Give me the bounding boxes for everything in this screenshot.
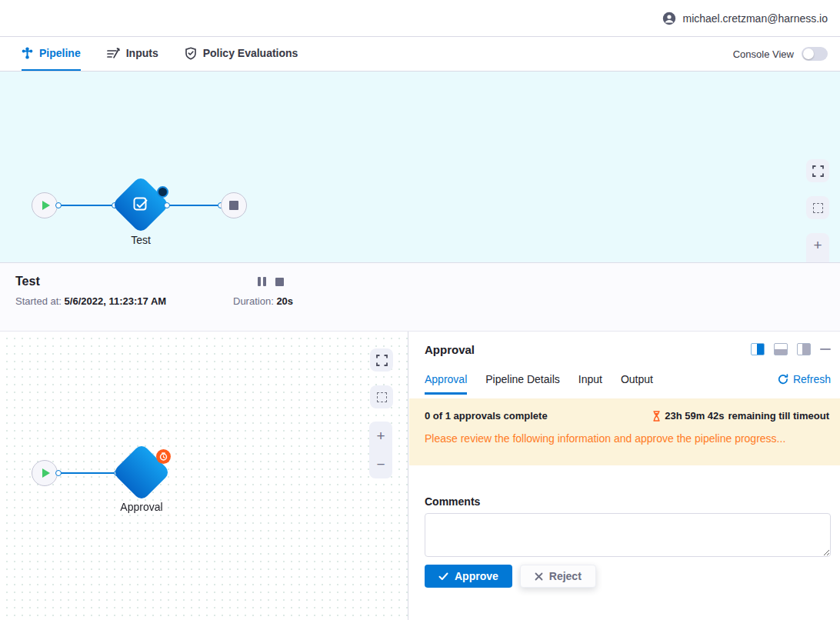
approval-message: Please review the following information …	[425, 432, 829, 445]
tab-inputs[interactable]: Inputs	[107, 37, 158, 71]
console-view-toggle[interactable]	[802, 47, 828, 61]
selection-box-icon	[813, 203, 823, 213]
timeout-suffix: remaining till timeout	[728, 410, 829, 422]
started-at-value: 5/6/2022, 11:23:17 AM	[65, 295, 167, 307]
stage-canvas[interactable]: Approval + −	[0, 332, 408, 620]
canvas-fit-button[interactable]	[806, 159, 829, 182]
tab-inputs-label: Inputs	[126, 47, 158, 59]
top-bar: michael.cretzman@harness.io	[0, 0, 840, 37]
panel-tab-approval[interactable]: Approval	[425, 373, 467, 395]
stage-canvas-zoom-controls: + −	[369, 422, 392, 478]
pipeline-canvas[interactable]: Test + −	[0, 72, 840, 262]
started-at: Started at: 5/6/2022, 11:23:17 AM	[15, 295, 166, 307]
started-at-label: Started at:	[15, 295, 62, 307]
x-icon	[535, 572, 543, 581]
layout-minimized-view-button[interactable]	[797, 343, 811, 355]
pipeline-icon	[22, 47, 33, 59]
approve-button[interactable]: Approve	[425, 565, 512, 588]
stage-canvas-select-button[interactable]	[370, 385, 393, 408]
selection-box-icon	[377, 392, 387, 402]
console-view-label: Console View	[733, 48, 794, 60]
comments-label: Comments	[425, 495, 480, 508]
refresh-icon	[778, 374, 788, 385]
timeout-value: 23h 59m 42s	[665, 410, 724, 422]
pipeline-start-node[interactable]	[32, 192, 58, 218]
test-node-label: Test	[131, 234, 151, 246]
tab-policy-evaluations[interactable]: Policy Evaluations	[185, 37, 298, 71]
zoom-out-button[interactable]: −	[376, 457, 385, 472]
layout-right-view-button[interactable]	[751, 343, 765, 355]
stop-icon	[229, 201, 238, 210]
reject-button[interactable]: Reject	[520, 565, 596, 588]
fit-view-icon	[812, 165, 824, 177]
comments-input[interactable]	[425, 513, 831, 557]
user-menu[interactable]: michael.cretzman@harness.io	[662, 12, 828, 25]
refresh-button[interactable]: Refresh	[778, 373, 831, 385]
test-step-diamond	[112, 175, 170, 234]
timer-badge	[156, 449, 171, 464]
panel-tab-output[interactable]: Output	[621, 373, 653, 395]
shield-check-icon	[185, 47, 197, 60]
approvals-count-text: 0 of 1 approvals complete	[425, 410, 548, 422]
play-icon	[42, 468, 50, 478]
check-icon	[438, 572, 448, 581]
user-avatar-icon	[662, 12, 676, 25]
refresh-label: Refresh	[793, 373, 831, 385]
pause-execution-button[interactable]	[258, 277, 266, 286]
tab-pipeline-label: Pipeline	[39, 47, 81, 59]
running-status-badge	[157, 186, 168, 198]
approval-banner: 0 of 1 approvals complete 23h 59m 42s re…	[409, 398, 840, 465]
step-details-panel: Approval Approval Pipeline Details Input…	[409, 332, 840, 620]
abort-execution-button[interactable]	[275, 278, 284, 286]
panel-tab-bar: Approval Pipeline Details Input Output R…	[425, 373, 831, 395]
hourglass-icon	[652, 411, 661, 422]
toggle-knob	[803, 48, 814, 59]
duration-value: 20s	[276, 295, 293, 307]
edge-start-to-test	[59, 205, 115, 206]
layout-bottom-view-button[interactable]	[774, 343, 788, 355]
zoom-in-button[interactable]: +	[813, 238, 822, 252]
minimize-panel-button[interactable]	[820, 348, 831, 351]
panel-tab-input[interactable]: Input	[578, 373, 602, 395]
edge-test-to-end	[168, 205, 221, 206]
approval-step-icon	[138, 469, 145, 475]
tab-policy-evaluations-label: Policy Evaluations	[203, 47, 298, 59]
edge-port	[55, 202, 62, 208]
user-email: michael.cretzman@harness.io	[682, 12, 828, 25]
duration-label: Duration:	[233, 295, 274, 307]
tab-pipeline[interactable]: Pipeline	[22, 37, 81, 71]
canvas-select-button[interactable]	[806, 196, 829, 219]
zoom-in-button[interactable]: +	[376, 428, 385, 443]
inputs-icon	[107, 48, 120, 59]
play-icon	[42, 201, 50, 210]
edge-port	[164, 202, 170, 208]
approval-step-node[interactable]	[121, 452, 162, 493]
stage-canvas-fit-button[interactable]	[370, 348, 393, 372]
panel-tab-pipeline-details[interactable]: Pipeline Details	[485, 373, 560, 395]
duration: Duration: 20s	[233, 295, 293, 307]
approval-node-label: Approval	[120, 501, 162, 513]
execution-nav: Pipeline Inputs Policy Evaluations Conso…	[0, 37, 840, 72]
stage-title: Test	[15, 275, 40, 288]
pipeline-end-node[interactable]	[221, 192, 247, 218]
edge-port	[55, 470, 62, 476]
edge-start-to-approval	[59, 472, 117, 474]
panel-title: Approval	[425, 343, 475, 356]
execution-info-bar: Test Started at: 5/6/2022, 11:23:17 AM D…	[0, 262, 840, 332]
reject-label: Reject	[549, 570, 582, 582]
timeout-remaining: 23h 59m 42s remaining till timeout	[652, 410, 829, 422]
test-step-node[interactable]	[120, 184, 162, 225]
stage-start-node[interactable]	[32, 460, 58, 486]
fit-view-icon	[376, 355, 388, 366]
check-square-icon	[132, 195, 150, 214]
approve-label: Approve	[455, 570, 498, 582]
